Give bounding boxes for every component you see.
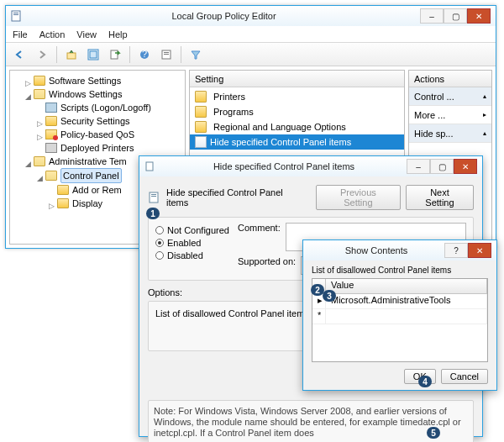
- settings-header[interactable]: Setting: [190, 71, 404, 87]
- maximize-button[interactable]: ▢: [444, 8, 467, 24]
- menu-help[interactable]: Help: [108, 29, 128, 39]
- menu-file[interactable]: File: [13, 29, 28, 39]
- options-label: Options:: [148, 287, 182, 297]
- folder-icon: [195, 91, 207, 103]
- new-row-icon: *: [312, 309, 326, 324]
- comment-label: Comment:: [238, 223, 281, 233]
- show-heading: List of disallowed Control Panel items: [312, 266, 488, 275]
- policy-max[interactable]: ▢: [430, 159, 454, 174]
- show-title: Show Contents: [308, 245, 444, 255]
- svg-text:?: ?: [142, 49, 147, 59]
- tree-scripts[interactable]: Scripts (Logon/Logoff): [35, 101, 183, 114]
- svg-rect-5: [90, 51, 97, 58]
- policy-close[interactable]: ✕: [454, 159, 477, 174]
- svg-rect-6: [111, 50, 118, 59]
- svg-rect-14: [151, 194, 156, 195]
- filter-button[interactable]: [186, 45, 205, 64]
- actions-header: Actions: [409, 71, 491, 87]
- show-cancel-button[interactable]: Cancel: [441, 369, 488, 384]
- policy-note: Note: For Windows Vista, Windows Server …: [154, 406, 461, 438]
- svg-rect-0: [12, 11, 20, 21]
- svg-rect-11: [164, 54, 169, 55]
- printer-icon: [45, 143, 57, 153]
- policy-min[interactable]: –: [407, 159, 430, 174]
- svg-rect-15: [151, 196, 156, 197]
- dialog-icon: [144, 160, 156, 172]
- svg-rect-2: [13, 14, 18, 15]
- show-close[interactable]: ✕: [468, 243, 491, 258]
- radio-disabled[interactable]: Disabled: [155, 250, 231, 260]
- help-button[interactable]: [157, 45, 176, 64]
- tree-software-settings[interactable]: ▷Software Settings: [24, 74, 183, 87]
- badge-5: 5: [427, 427, 440, 439]
- actions-hide[interactable]: Hide sp...▴: [409, 124, 491, 143]
- grid-row-1[interactable]: ▸ Microsoft.AdministrativeTools: [312, 294, 487, 309]
- row-hide-cp[interactable]: Hide specified Control Panel items: [190, 134, 404, 150]
- titlebar[interactable]: Local Group Policy Editor – ▢ ✕: [6, 6, 496, 26]
- actions-control[interactable]: Control ...▴: [409, 87, 491, 106]
- next-setting-button[interactable]: Next Setting: [406, 185, 474, 210]
- svg-rect-1: [13, 13, 18, 13]
- policy-icon: [45, 129, 57, 139]
- show-help[interactable]: ?: [444, 243, 468, 258]
- row-programs[interactable]: Programs: [190, 104, 404, 119]
- minimize-button[interactable]: –: [420, 8, 444, 24]
- badge-1: 1: [146, 208, 160, 219]
- svg-rect-12: [146, 162, 153, 171]
- container-button[interactable]: [84, 45, 102, 64]
- show-titlebar[interactable]: Show Contents ?✕: [303, 240, 496, 260]
- tree-windows-settings[interactable]: ◢Windows Settings Scripts (Logon/Logoff)…: [24, 87, 183, 155]
- grid-row-new[interactable]: *: [312, 309, 487, 324]
- col-value[interactable]: Value: [326, 279, 487, 293]
- settings-item-icon: [195, 136, 207, 148]
- forward-button[interactable]: [33, 45, 51, 64]
- chevron-right-icon: ▸: [483, 111, 486, 118]
- radio-not-configured[interactable]: Not Configured: [155, 225, 231, 235]
- supported-label: Supported on:: [238, 256, 296, 266]
- radio-enabled[interactable]: Enabled: [155, 238, 231, 248]
- menu-view[interactable]: View: [76, 29, 97, 39]
- script-icon: [45, 103, 57, 113]
- policy-heading: Hide specified Control Panel items: [166, 187, 306, 208]
- policy-heading-icon: [148, 191, 161, 204]
- list-label: List of disallowed Control Panel items: [155, 308, 309, 318]
- actions-more[interactable]: More ...▸: [409, 106, 491, 124]
- policy-title: Hide specified Control Panel items: [161, 161, 407, 171]
- export-button[interactable]: [106, 45, 124, 64]
- up-button[interactable]: [62, 45, 81, 64]
- row-printers[interactable]: Printers: [190, 89, 404, 104]
- show-contents-dialog: Show Contents ?✕ List of disallowed Cont…: [302, 239, 497, 391]
- row-regional[interactable]: Regional and Language Options: [190, 119, 404, 134]
- badge-4: 4: [418, 376, 432, 387]
- folder-icon: [195, 106, 207, 118]
- tree-policy-qos[interactable]: ▷Policy-based QoS: [35, 128, 183, 141]
- menu-bar: File Action View Help: [6, 26, 496, 43]
- chevron-up-icon: ▴: [483, 129, 486, 137]
- previous-setting-button[interactable]: Previous Setting: [316, 185, 401, 210]
- refresh-button[interactable]: ?: [135, 45, 154, 64]
- tree-deployed-printers[interactable]: Deployed Printers: [35, 141, 183, 155]
- values-grid[interactable]: Value ▸ Microsoft.AdministrativeTools *: [312, 278, 488, 362]
- chevron-up-icon: ▴: [483, 92, 486, 100]
- folder-icon: [195, 121, 207, 133]
- tree-security[interactable]: ▷Security Settings: [35, 114, 183, 128]
- policy-titlebar[interactable]: Hide specified Control Panel items –▢✕: [139, 156, 482, 176]
- close-button[interactable]: ✕: [467, 8, 491, 24]
- window-title: Local Group Policy Editor: [28, 11, 420, 21]
- svg-rect-13: [150, 192, 158, 203]
- svg-rect-10: [164, 52, 169, 53]
- back-button[interactable]: [11, 45, 29, 64]
- toolbar: ?: [6, 43, 496, 66]
- app-icon: [11, 10, 23, 22]
- menu-action[interactable]: Action: [39, 29, 66, 39]
- svg-rect-3: [67, 53, 76, 59]
- badge-3: 3: [323, 290, 336, 302]
